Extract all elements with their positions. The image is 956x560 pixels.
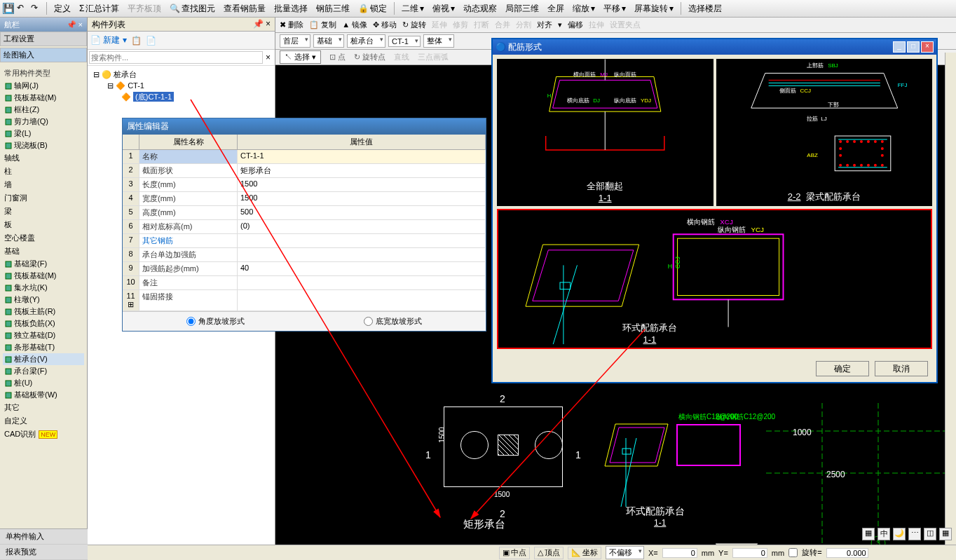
y-input[interactable]: [732, 548, 767, 558]
nav-pier[interactable]: 柱墩(Y): [3, 294, 84, 306]
select-mode[interactable]: ↖ 选择 ▾: [280, 50, 321, 64]
nav-raft[interactable]: 筏板基础(M): [3, 92, 84, 104]
tree-root[interactable]: ⊟ 🟡 桩承台: [90, 69, 272, 81]
cancel-button[interactable]: 取消: [875, 361, 928, 376]
prop-row-6[interactable]: 6相对底标高(m)(0): [123, 220, 486, 234]
nav-beam[interactable]: 梁(L): [3, 128, 84, 139]
close-icon[interactable]: 📌 ×: [253, 19, 271, 29]
prop-row-2[interactable]: 2截面形状矩形承台: [123, 164, 486, 178]
rotate-check[interactable]: [788, 548, 798, 557]
nav-slab[interactable]: 现浇板(B): [3, 139, 84, 151]
grp-other[interactable]: 其它: [3, 401, 84, 414]
dialog-titlebar[interactable]: 🔵 配筋形式 _ □ ×: [493, 39, 936, 55]
nav-wall[interactable]: 剪力墙(Q): [3, 116, 84, 128]
tree-ct1[interactable]: ⊟ 🔶 CT-1: [90, 81, 272, 91]
copy-icon[interactable]: 📋: [131, 36, 142, 46]
local-3d-btn[interactable]: 局部三维: [503, 3, 542, 15]
close-icon[interactable]: ×: [921, 41, 934, 53]
grp-col[interactable]: 柱: [3, 165, 84, 178]
search-input[interactable]: [89, 51, 263, 64]
nav-raft-main[interactable]: 筏板主筋(R): [3, 306, 84, 317]
nav-raft-neg[interactable]: 筏板负筋(X): [3, 317, 84, 329]
rebar-option-all-flip[interactable]: 横向面筋MJ 纵向面筋 横向底筋DJ 纵向底筋YDJ H 全部翻起1-1: [497, 59, 713, 206]
rotate-input[interactable]: [826, 548, 868, 558]
pan-btn[interactable]: 平移 ▾: [601, 3, 629, 15]
nav-pilecap[interactable]: 桩承台(V): [3, 353, 84, 365]
view-rebar-btn[interactable]: 查看钢筋量: [221, 3, 268, 15]
nav-raft2[interactable]: 筏板基础(M): [3, 270, 84, 282]
lock-btn[interactable]: 🔒 锁定: [355, 3, 390, 15]
ok-button[interactable]: 确定: [816, 361, 869, 376]
prop-row-9[interactable]: 9加强筋起步(mm)40: [123, 262, 486, 276]
pin-icon[interactable]: 📌 ×: [67, 20, 83, 29]
rotpoint-mode[interactable]: ↻ 旋转点: [354, 52, 385, 62]
component-dropdown[interactable]: 桩承台: [347, 34, 385, 48]
snap-vertex[interactable]: △ 顶点: [534, 547, 564, 559]
snap-midpoint[interactable]: ▣ 中点: [499, 547, 530, 559]
width-slope-radio[interactable]: 底宽放坡形式: [364, 316, 422, 327]
draw-input-group[interactable]: 绘图输入: [0, 48, 87, 62]
select-floor-btn[interactable]: 选择楼层: [685, 3, 725, 15]
prop-row-1[interactable]: 1名称CT-1-1: [123, 150, 486, 164]
nav-strip-found[interactable]: 条形基础(T): [3, 341, 84, 353]
nav-found-strip[interactable]: 基础板带(W): [3, 389, 84, 401]
rebar-3d-btn[interactable]: 钢筋三维: [313, 3, 353, 15]
maximize-icon[interactable]: □: [907, 41, 920, 53]
find-elem-btn[interactable]: 🔍 查找图元: [167, 3, 218, 15]
zoom-btn[interactable]: 缩放 ▾: [570, 3, 598, 15]
angle-slope-radio[interactable]: 角度放坡形式: [186, 316, 245, 327]
grp-hollow[interactable]: 空心楼盖: [3, 231, 84, 245]
mirror-btn[interactable]: ▲ 镜像: [342, 20, 367, 30]
offset-dropdown[interactable]: 不偏移: [606, 546, 644, 559]
nav-capbeam[interactable]: 承台梁(F): [3, 365, 84, 377]
batch-select-btn[interactable]: 批量选择: [271, 3, 310, 15]
view-2d-btn[interactable]: 二维 ▾: [399, 3, 427, 15]
prop-row-5[interactable]: 5高度(mm)500: [123, 206, 486, 220]
nav-column[interactable]: 框柱(Z): [3, 104, 84, 116]
icon-cube[interactable]: ◫: [924, 528, 936, 540]
grp-door[interactable]: 门窗洞: [3, 191, 84, 205]
nav-ind-found[interactable]: 独立基础(D): [3, 329, 84, 341]
top-view-btn[interactable]: 俯视 ▾: [430, 3, 458, 15]
redo-icon[interactable]: ↷: [31, 3, 42, 14]
grp-axis[interactable]: 轴线: [3, 151, 84, 165]
rebar-option-ring[interactable]: 横向钢筋XCJ 纵向钢筋YCJ CCJ H 环式配筋承台1-1: [497, 209, 932, 349]
fullscreen-btn[interactable]: 全屏: [545, 3, 567, 15]
sum-calc-btn[interactable]: Σ 汇总计算: [76, 3, 122, 15]
orbit-btn[interactable]: 动态观察: [460, 3, 500, 15]
grp-found[interactable]: 基础: [3, 245, 84, 258]
point-mode[interactable]: ⊡ 点: [329, 52, 346, 62]
grp-beam[interactable]: 梁: [3, 205, 84, 218]
minimize-icon[interactable]: _: [893, 41, 906, 53]
nav-pile[interactable]: 桩(U): [3, 377, 84, 389]
prop-row-8[interactable]: 8承台单边加强筋: [123, 248, 486, 262]
icon-moon[interactable]: 🌙: [893, 528, 906, 540]
category-dropdown[interactable]: 基础: [313, 34, 344, 48]
level-top-btn[interactable]: 平齐板顶: [125, 3, 164, 15]
icon-hatch[interactable]: ▦: [862, 528, 875, 540]
paste-icon[interactable]: 📄: [146, 36, 156, 46]
floor-dropdown[interactable]: 首层: [280, 34, 310, 48]
grp-slab[interactable]: 板: [3, 218, 84, 231]
new-component-btn[interactable]: 📄 新建 ▾: [90, 34, 127, 46]
icon-zhong[interactable]: 中: [878, 528, 890, 540]
eng-setting-group[interactable]: 工程设置: [0, 32, 87, 46]
vertical-scrollbar[interactable]: [945, 53, 956, 545]
undo-icon[interactable]: ↶: [17, 3, 28, 14]
rotate-btn[interactable]: ↻ 旋转: [402, 20, 426, 30]
delete-btn[interactable]: ✖ 删除: [280, 20, 303, 30]
icon-dots[interactable]: ⋯: [908, 528, 921, 540]
nav-axis[interactable]: 轴网(J): [3, 80, 84, 92]
search-clear-icon[interactable]: ×: [263, 51, 273, 64]
prop-row-10[interactable]: 10备注: [123, 276, 486, 290]
report-preview-tab[interactable]: 报表预览: [0, 545, 88, 560]
prop-row-3[interactable]: 3长度(mm)1500: [123, 178, 486, 192]
copy-btn[interactable]: 📋 复制: [309, 20, 336, 30]
define-btn[interactable]: 定义: [51, 3, 74, 15]
grp-cad[interactable]: CAD识别 NEW: [3, 428, 84, 441]
nav-fbeam[interactable]: 基础梁(F): [3, 258, 84, 270]
instance-dropdown[interactable]: CT-1: [388, 36, 421, 47]
screen-rotate-btn[interactable]: 屏幕旋转 ▾: [631, 3, 676, 15]
save-icon[interactable]: 💾: [3, 3, 14, 14]
nav-sump[interactable]: 集水坑(K): [3, 282, 84, 294]
